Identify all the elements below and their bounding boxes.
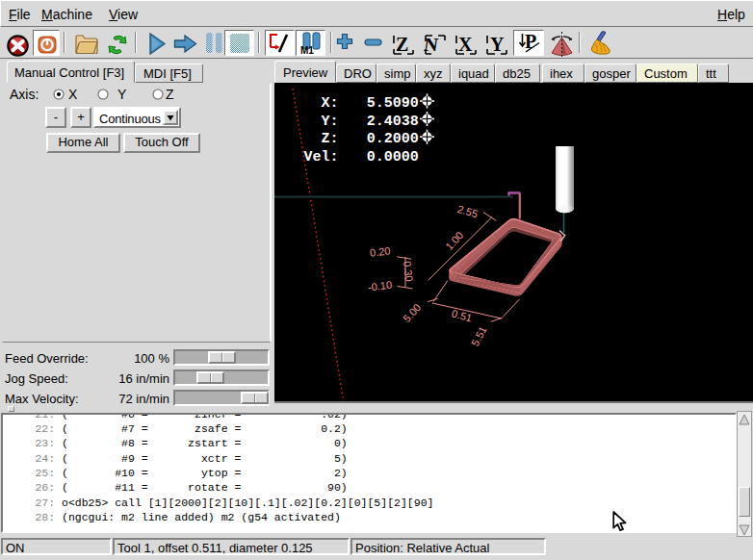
svg-text:5.5090: 5.5090 bbox=[367, 95, 419, 112]
svg-text:0.0000: 0.0000 bbox=[367, 149, 419, 165]
svg-text:M1: M1 bbox=[300, 45, 314, 55]
svg-text:0.51: 0.51 bbox=[451, 307, 474, 323]
svg-text:X:: X: bbox=[322, 95, 339, 112]
svg-text:Vel:: Vel: bbox=[304, 149, 339, 165]
svg-text:-0.10: -0.10 bbox=[367, 279, 392, 293]
svg-text:0.30: 0.30 bbox=[402, 261, 416, 283]
svg-text:5.00: 5.00 bbox=[401, 301, 423, 324]
svg-text:X: X bbox=[458, 34, 473, 55]
svg-text:1.00: 1.00 bbox=[443, 229, 465, 252]
svg-text:5.51: 5.51 bbox=[469, 324, 489, 348]
svg-text:2.4038: 2.4038 bbox=[367, 114, 419, 130]
svg-text:0.20: 0.20 bbox=[369, 244, 391, 259]
svg-text:0.2000: 0.2000 bbox=[367, 131, 419, 147]
svg-text:Z: Z bbox=[396, 34, 408, 55]
svg-text:Y: Y bbox=[490, 34, 505, 55]
svg-text:Z:: Z: bbox=[322, 131, 339, 147]
svg-text:2.55: 2.55 bbox=[456, 203, 480, 220]
svg-text:Y:: Y: bbox=[322, 114, 339, 130]
